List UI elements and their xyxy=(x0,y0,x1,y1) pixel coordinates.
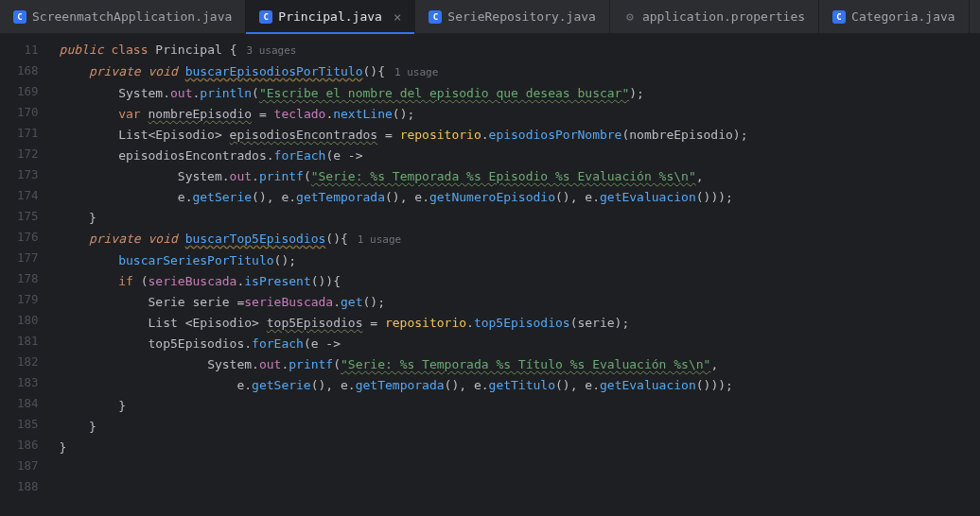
tab-label: ScreenmatchApplication.java xyxy=(32,9,232,24)
code-line: System.out.printf("Serie: %s Temporada %… xyxy=(52,166,980,187)
tab-label: SerieRepository.java xyxy=(447,9,596,24)
tab-serierepository[interactable]: C SerieRepository.java xyxy=(415,0,610,33)
tab-principal[interactable]: C Principal.java × xyxy=(246,0,415,33)
tab-label: application.properties xyxy=(642,9,805,24)
class-icon: C xyxy=(832,10,846,24)
code-line: List<Episodio> episodiosEncontrados = re… xyxy=(52,125,980,146)
code-line: top5Episodios.forEach(e -> xyxy=(52,334,980,354)
code-line: private void buscarTop5Episodios(){1 usa… xyxy=(52,229,980,250)
code-line: episodiosEncontrados.forEach(e -> xyxy=(52,146,980,166)
code-line: if (serieBuscada.isPresent()){ xyxy=(52,271,980,292)
tab-label: Principal.java xyxy=(278,9,382,24)
tab-screenmatch[interactable]: C ScreenmatchApplication.java xyxy=(0,0,246,33)
code-line: } xyxy=(52,396,980,417)
tab-label: Categoria.java xyxy=(851,9,955,24)
tab-bar: C ScreenmatchApplication.java C Principa… xyxy=(0,0,980,34)
close-icon[interactable]: × xyxy=(394,9,401,25)
gear-icon: ⚙ xyxy=(623,10,637,24)
code-line: System.out.printf("Serie: %s Temporada %… xyxy=(52,354,980,375)
code-line: e.getSerie(), e.getTemporada(), e.getTit… xyxy=(52,375,980,396)
code-line: Serie serie =serieBuscada.get(); xyxy=(52,292,980,313)
gutter: 11168169 170171172 173174175 176177178 1… xyxy=(0,34,52,516)
code-line: } xyxy=(52,208,980,229)
code-line: } xyxy=(52,438,980,458)
code-line: buscarSeriesPorTitulo(); xyxy=(52,250,980,271)
code-line: } xyxy=(52,417,980,438)
code-area[interactable]: public class Principal {3 usages private… xyxy=(52,34,980,516)
tab-application-properties[interactable]: ⚙ application.properties xyxy=(610,0,819,33)
code-line: var nombreEpisodio = teclado.nextLine(); xyxy=(52,104,980,125)
class-icon: C xyxy=(429,10,442,24)
class-icon: C xyxy=(13,10,26,24)
code-line: List <Episodio> top5Episodios = reposito… xyxy=(52,313,980,334)
code-line: public class Principal {3 usages xyxy=(52,40,980,61)
code-line: private void buscarEpisodiosPorTitulo(){… xyxy=(52,61,980,83)
editor[interactable]: 11168169 170171172 173174175 176177178 1… xyxy=(0,34,980,516)
class-icon: C xyxy=(259,10,272,24)
code-line: e.getSerie(), e.getTemporada(), e.getNum… xyxy=(52,187,980,208)
tab-serie[interactable]: C Serie.java xyxy=(970,0,980,33)
code-line: System.out.println("Escribe el nombre de… xyxy=(52,83,980,104)
tab-categoria[interactable]: C Categoria.java xyxy=(819,0,970,33)
